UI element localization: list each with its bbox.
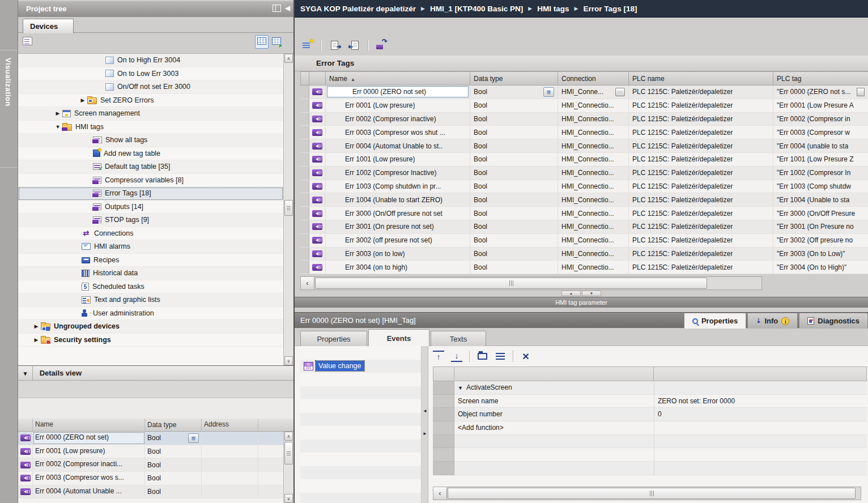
- function-row[interactable]: ▼ActivateScreen: [433, 381, 867, 395]
- tag-plc-name-cell[interactable]: PLC 1215C: Paletizér/depaletizer: [632, 155, 733, 163]
- details-row[interactable]: Err 0002 (Compresor inacti... Bool≣: [18, 458, 283, 472]
- scroll-up-button[interactable]: ∧: [284, 432, 293, 441]
- param-value[interactable]: ZERO not set: Error 0000: [654, 395, 867, 408]
- tag-datatype-cell[interactable]: Bool: [474, 142, 487, 150]
- expand-all-button[interactable]: [476, 351, 488, 362]
- tag-datatype-cell[interactable]: Bool: [474, 236, 487, 244]
- expander-icon[interactable]: ▶: [32, 323, 41, 329]
- tag-table-row[interactable]: Err 0004 (Automat Unable to st.. Bool≣ H…: [300, 139, 868, 153]
- tag-table-row[interactable]: Err 3002 (off presure not set) Bool≣ HMI…: [300, 234, 868, 248]
- scroll-thumb[interactable]: [315, 278, 707, 289]
- expander-icon[interactable]: ▶: [53, 110, 62, 116]
- tag-plc-tag-cell[interactable]: "Err 3003 (On to Low)": [777, 250, 845, 258]
- param-row[interactable]: Screen name ZERO not set: Error 0000: [433, 395, 867, 408]
- details-col-name[interactable]: Name: [33, 419, 145, 431]
- details-row[interactable]: Err 0000 (ZERO not set) Bool≣: [18, 432, 283, 445]
- scroll-thumb[interactable]: [448, 488, 856, 499]
- details-row[interactable]: Err 0001 (Low presure) Bool≣: [18, 445, 283, 459]
- tree-item[interactable]: Outputs [14]: [18, 201, 283, 214]
- tag-connection-cell[interactable]: HMI_Connectio...: [561, 236, 614, 244]
- tag-plc-tag-cell[interactable]: "Err 0001 (Low Presure A: [777, 101, 854, 109]
- table-horizontal-scrollbar[interactable]: ‹: [300, 276, 762, 290]
- collapse-caret-icon[interactable]: ▼: [458, 385, 463, 391]
- param-row[interactable]: Object number 0: [433, 408, 867, 421]
- tag-datatype-cell[interactable]: Bool: [474, 129, 487, 137]
- tab-devices[interactable]: Devices: [23, 19, 74, 33]
- add-function-label[interactable]: <Add function>: [454, 421, 654, 435]
- tag-name-cell[interactable]: Err 0002 (Compresor inactive): [329, 115, 436, 123]
- tree-item[interactable]: Text and graphic lists: [18, 293, 283, 307]
- tree-item[interactable]: Compressor variables [8]: [18, 174, 283, 187]
- move-up-button[interactable]: ↑: [433, 351, 444, 362]
- export-button[interactable]: [327, 39, 342, 52]
- tag-name-cell[interactable]: Err 0001 (Low presure): [329, 101, 415, 109]
- tag-name-cell[interactable]: Err 1004 (Unable to start ZERO): [329, 196, 442, 204]
- add-function-row[interactable]: <Add function>: [433, 421, 867, 435]
- breadcrumb-device[interactable]: HMI_1 [KTP400 Basic PN]: [430, 5, 523, 13]
- tree-item[interactable]: ▶ Set ZERO Errors: [18, 94, 283, 108]
- tag-plc-tag-cell[interactable]: "Err 1004 (Unable to sta: [777, 196, 849, 204]
- subtab-texts[interactable]: Texts: [431, 331, 486, 346]
- breadcrumb-project[interactable]: SYGA KOP Paletizér depaletizér: [300, 5, 416, 13]
- tag-datatype-cell[interactable]: Bool: [474, 182, 487, 190]
- connection-browse-button[interactable]: ...: [615, 88, 625, 96]
- move-down-button[interactable]: ↓: [451, 351, 462, 362]
- tag-plc-name-cell[interactable]: PLC 1215C: Paletizér/depaletizer: [632, 115, 733, 123]
- tag-table-row[interactable]: Err 3004 (on to high) Bool≣ HMI_Connecti…: [300, 261, 868, 274]
- tree-item[interactable]: Add new tag table: [18, 147, 283, 161]
- tag-connection-cell[interactable]: HMI_Connectio...: [561, 101, 614, 109]
- scroll-down-button[interactable]: ∨: [284, 356, 293, 365]
- visualization-strip-tab[interactable]: Visualization: [4, 58, 12, 106]
- event-list-item[interactable]: Value change: [304, 361, 364, 371]
- tag-plc-tag-cell[interactable]: "Err 1002 (Compresor In: [777, 169, 850, 177]
- details-vertical-scrollbar[interactable]: ∧ ∨: [283, 432, 293, 503]
- events-splitter[interactable]: ◄ ►: [422, 346, 428, 503]
- tag-datatype-cell[interactable]: Bool: [474, 101, 487, 109]
- tree-item[interactable]: ▶ Ungrouped devices: [18, 320, 283, 334]
- tag-table-row[interactable]: Err 1001 (Low presure) Bool≣ HMI_Connect…: [300, 153, 868, 167]
- tree-options-icon[interactable]: [23, 37, 32, 45]
- tree-item[interactable]: On to High Err 3004: [18, 54, 283, 67]
- tag-name-cell[interactable]: Err 3002 (off presure not set): [329, 236, 432, 244]
- scroll-thumb[interactable]: [284, 442, 293, 464]
- col-plc-name[interactable]: PLC name: [629, 71, 773, 86]
- tag-plc-tag-cell[interactable]: "Err 0002 (Compresor in: [777, 115, 850, 123]
- splitter-right-icon[interactable]: ►: [423, 431, 427, 436]
- tag-datatype-cell[interactable]: Bool: [474, 155, 487, 163]
- details-col-address[interactable]: Address: [202, 419, 258, 431]
- tree-item[interactable]: STOP tags [9]: [18, 214, 283, 227]
- tag-connection-cell[interactable]: HMI_Connectio...: [561, 223, 614, 231]
- scroll-thumb[interactable]: [284, 200, 293, 216]
- tree-item[interactable]: Default tag table [35]: [18, 160, 283, 174]
- tree-item[interactable]: User administration: [18, 307, 283, 321]
- col-datatype[interactable]: Data type: [470, 71, 558, 86]
- tag-table-row[interactable]: Err 3000 (On/Off presure not set Bool≣ H…: [300, 207, 868, 220]
- expander-icon[interactable]: ▶: [78, 97, 87, 103]
- breadcrumb-error-tags[interactable]: Error Tags [18]: [583, 5, 637, 13]
- col-name[interactable]: Name▲: [326, 71, 470, 86]
- col-plc-tag[interactable]: PLC tag: [773, 71, 868, 86]
- tag-plc-tag-cell[interactable]: "Err 0004 (unable to sta: [777, 142, 848, 150]
- scroll-left-button[interactable]: ‹: [433, 487, 447, 500]
- tab-info[interactable]: ⇣Infoi: [747, 313, 798, 329]
- tag-connection-cell[interactable]: HMI_Connectio...: [561, 142, 614, 150]
- function-horizontal-scrollbar[interactable]: ‹: [433, 487, 861, 500]
- tag-plc-tag-cell[interactable]: "Err 0000 (ZERO not s...: [777, 88, 850, 96]
- tag-plc-tag-cell[interactable]: "Err 3000 (On/Off Presure: [777, 210, 855, 218]
- tag-name-cell[interactable]: Err 0000 (ZERO not set): [327, 86, 469, 97]
- tag-connection-cell[interactable]: HMI_Connectio...: [561, 169, 614, 177]
- tag-connection-cell[interactable]: HMI_Connectio...: [561, 155, 614, 163]
- add-tag-button[interactable]: [300, 39, 315, 52]
- tag-datatype-cell[interactable]: Bool: [474, 250, 487, 258]
- tag-table-row[interactable]: Err 0001 (Low presure) Bool≣ HMI_Connect…: [300, 99, 868, 113]
- expander-icon[interactable]: ▶: [32, 337, 41, 343]
- tag-plc-name-cell[interactable]: PLC 1215C: Paletizér/depaletizer: [632, 142, 733, 150]
- tag-plc-tag-cell[interactable]: "Err 1003 (Comp shutdw: [777, 182, 851, 190]
- tree-item[interactable]: Scheduled tasks: [18, 280, 283, 294]
- tag-name-cell[interactable]: Err 0004 (Automat Unable to st..: [329, 142, 442, 150]
- details-view-header[interactable]: ▾ Details view: [18, 365, 293, 381]
- tag-plc-name-cell[interactable]: PLC 1215C: Paletizér/depaletizer: [632, 250, 733, 258]
- tag-connection-cell[interactable]: HMI_Connectio...: [561, 129, 614, 137]
- tag-plc-name-cell[interactable]: PLC 1215C: Paletizér/depaletizer: [632, 196, 733, 204]
- datatype-dropdown-button[interactable]: ≣: [543, 87, 554, 97]
